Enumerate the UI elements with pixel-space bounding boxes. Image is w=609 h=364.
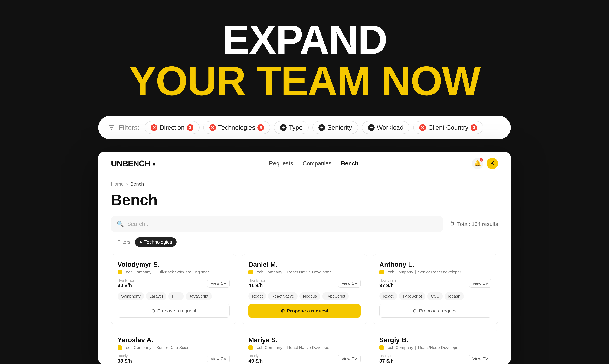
- card-3-view-cv[interactable]: View CV: [469, 279, 491, 287]
- propose-icon-2: ⊕: [281, 308, 285, 313]
- user-initial: K: [490, 160, 494, 167]
- card-1-view-cv[interactable]: View CV: [207, 279, 230, 287]
- chip-technologies[interactable]: ✕ Technologies 3: [203, 121, 270, 134]
- nav-notifications-btn[interactable]: 🔔 1: [472, 158, 483, 169]
- total-results: ⏱ Total: 164 results: [449, 221, 498, 227]
- results-icon: ⏱: [449, 221, 455, 227]
- nav-bench[interactable]: Bench: [341, 160, 358, 167]
- company-icon-1: [118, 270, 122, 274]
- card-6-rate-row: Hourly rate 37 $/h View CV: [379, 354, 491, 364]
- card-3-name: Anthony L.: [379, 261, 491, 268]
- chip-client-country-close[interactable]: ✕: [419, 124, 426, 131]
- card-2-view-cv[interactable]: View CV: [338, 279, 360, 287]
- chip-type-plus: +: [280, 124, 287, 131]
- card-3-rate-row: Hourly rate 37 $/h View CV: [379, 278, 491, 288]
- headline-line2: YOUR TEAM NOW: [129, 60, 480, 102]
- card-4-view-cv[interactable]: View CV: [207, 355, 230, 363]
- tech-chip-icon: ●: [139, 239, 142, 245]
- nav-requests[interactable]: Requests: [269, 160, 293, 167]
- chip-workload-plus: +: [368, 124, 375, 131]
- inner-filters-row: Filters: ● Technologies: [111, 237, 498, 247]
- card-1-name: Volodymyr S.: [118, 261, 230, 268]
- cards-grid: Volodymyr S. Tech Company | Full-stack S…: [111, 254, 498, 364]
- card-volodymyr: Volodymyr S. Tech Company | Full-stack S…: [111, 254, 236, 324]
- card-5-rate-row: Hourly rate 40 $/h View CV: [248, 354, 360, 364]
- card-2-tags: React ReactNative Node.js TypeScript: [248, 292, 360, 300]
- card-1-rate-row: Hourly rate 30 $/h View CV: [118, 278, 230, 288]
- card-4-header: Yaroslav A. Tech Company | Senior Data S…: [118, 336, 230, 350]
- card-2-company: Tech Company | React Native Developer: [248, 270, 360, 274]
- card-3-header: Anthony L. Tech Company | Senior React d…: [379, 261, 491, 274]
- filter-bar: Filters: ✕ Direction 3 ✕ Technologies 3 …: [98, 116, 511, 139]
- search-icon: 🔍: [117, 221, 124, 227]
- card-1-header: Volodymyr S. Tech Company | Full-stack S…: [118, 261, 230, 274]
- chip-seniority-plus: +: [318, 124, 325, 131]
- card-anthony: Anthony L. Tech Company | Senior React d…: [373, 254, 498, 324]
- breadcrumb: Home › Bench: [111, 181, 498, 187]
- chip-direction-count: 3: [187, 124, 194, 131]
- card-5-view-cv[interactable]: View CV: [338, 355, 360, 363]
- card-4-rate-row: Hourly rate 38 $/h View CV: [118, 354, 230, 364]
- app-logo: UNBENCH: [111, 159, 155, 168]
- card-3-propose-btn[interactable]: ⊕ Propose a request: [379, 304, 491, 318]
- card-2-rate-row: Hourly rate 41 $/h View CV: [248, 278, 360, 288]
- card-4-name: Yaroslav A.: [118, 336, 230, 344]
- card-5-header: Mariya S. Tech Company | React Native De…: [248, 336, 360, 350]
- card-6-name: Sergiy B.: [379, 336, 491, 344]
- card-mariya: Mariya S. Tech Company | React Native De…: [242, 330, 367, 364]
- app-nav: UNBENCH Requests Companies Bench 🔔 1 K: [98, 152, 511, 175]
- card-6-header: Sergiy B. Tech Company | React/Node Deve…: [379, 336, 491, 350]
- chip-technologies-count: 3: [257, 124, 264, 131]
- logo-dot: [153, 163, 155, 166]
- app-content: Home › Bench Bench 🔍 Search... ⏱ Total: …: [98, 175, 511, 364]
- headline-section: EXPAND YOUR TEAM NOW: [129, 19, 480, 102]
- card-1-company: Tech Company | Full-stack Software Engin…: [118, 270, 230, 274]
- company-icon-2: [248, 270, 253, 274]
- card-sergiy: Sergiy B. Tech Company | React/Node Deve…: [373, 330, 498, 364]
- app-window: UNBENCH Requests Companies Bench 🔔 1 K H…: [98, 152, 511, 364]
- card-5-name: Mariya S.: [248, 336, 360, 344]
- headline-line1: EXPAND: [129, 19, 480, 60]
- card-6-view-cv[interactable]: View CV: [469, 355, 491, 363]
- chip-client-country[interactable]: ✕ Client Country 3: [413, 121, 483, 134]
- search-box[interactable]: 🔍 Search...: [111, 216, 443, 232]
- inner-filter-icon: [111, 240, 116, 244]
- card-3-tags: React TypeScript CSS lodash: [379, 292, 491, 300]
- filter-chips-container: ✕ Direction 3 ✕ Technologies 3 + Type + …: [145, 121, 483, 134]
- filter-bar-label: Filters:: [108, 124, 140, 131]
- card-daniel: Daniel M. Tech Company | React Native De…: [242, 254, 367, 324]
- propose-icon-3: ⊕: [413, 308, 417, 313]
- search-row: 🔍 Search... ⏱ Total: 164 results: [111, 216, 498, 232]
- company-icon-4: [118, 345, 122, 350]
- chip-direction-close[interactable]: ✕: [151, 124, 157, 131]
- company-icon-6: [379, 345, 384, 350]
- nav-user-btn[interactable]: K: [487, 158, 498, 169]
- card-4-company: Tech Company | Senior Data Scientist: [118, 345, 230, 350]
- card-yaroslav: Yaroslav A. Tech Company | Senior Data S…: [111, 330, 236, 364]
- nav-companies[interactable]: Companies: [303, 160, 331, 167]
- inner-filter-label: Filters:: [111, 239, 132, 245]
- notification-badge: 1: [480, 158, 483, 162]
- nav-links: Requests Companies Bench: [269, 160, 358, 167]
- card-5-company: Tech Company | React Native Developer: [248, 345, 360, 350]
- nav-icons: 🔔 1 K: [472, 158, 498, 169]
- chip-workload[interactable]: + Workload: [362, 121, 410, 134]
- page-title: Bench: [111, 191, 498, 209]
- chip-type[interactable]: + Type: [274, 121, 309, 134]
- card-2-propose-btn[interactable]: ⊕ Propose a request: [248, 304, 360, 318]
- chip-client-country-count: 3: [471, 124, 477, 131]
- card-6-company: Tech Company | React/Node Developer: [379, 345, 491, 350]
- card-2-header: Daniel M. Tech Company | React Native De…: [248, 261, 360, 274]
- card-2-name: Daniel M.: [248, 261, 360, 268]
- company-icon-5: [248, 345, 253, 350]
- filters-icon: [108, 124, 116, 131]
- propose-icon-1: ⊕: [151, 308, 155, 313]
- card-1-propose-btn[interactable]: ⊕ Propose a request: [118, 304, 230, 318]
- chip-technologies-close[interactable]: ✕: [209, 124, 216, 131]
- chip-direction[interactable]: ✕ Direction 3: [145, 121, 199, 134]
- card-1-tags: Symphony Laravel PHP JavaScript: [118, 292, 230, 300]
- chip-seniority[interactable]: + Seniority: [312, 121, 358, 134]
- card-3-company: Tech Company | Senior React developer: [379, 270, 491, 274]
- tech-filter-chip[interactable]: ● Technologies: [135, 237, 176, 247]
- search-placeholder: Search...: [127, 221, 150, 227]
